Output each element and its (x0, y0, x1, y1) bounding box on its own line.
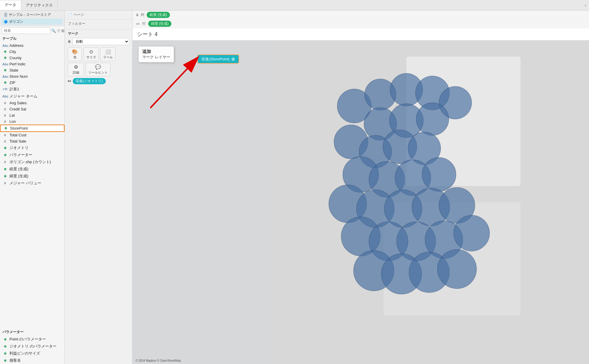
field-type-icon: # (2, 140, 8, 143)
field-item-perfindic[interactable]: AbcPerf Indic (0, 61, 64, 67)
field-type-icon: ⊕ (3, 126, 8, 130)
field-type-icon: # (2, 181, 8, 185)
field-type-icon: ⊕ (2, 153, 8, 157)
field-item-city[interactable]: ⊕City (0, 49, 64, 55)
field-type-icon: =Tf (2, 88, 8, 91)
col-shelf-pill[interactable]: 経度 (生成) (147, 12, 170, 18)
field-item-state[interactable]: ⊕State (0, 67, 64, 73)
param-item-ジオメトリのパラメーター[interactable]: ⊕ジオメトリ のパラメーター (0, 343, 64, 350)
add-layer-subtitle: マーク レイヤー (142, 54, 170, 60)
datasource-polygon[interactable]: 🔷 ポリゴン (2, 19, 63, 25)
table-section-title: テーブル (0, 35, 64, 42)
map-attribution: © 2024 Mapbox © OpenStreetMap (135, 359, 181, 362)
col-shelf-label: 列 (141, 12, 144, 17)
field-item-緯度(生成)[interactable]: ⊕緯度 (生成) (0, 173, 64, 180)
marks-detail-button[interactable]: ⚙ 詳細 (68, 63, 84, 76)
svg-point-21 (422, 158, 456, 191)
field-item-ジオメトリ[interactable]: ⊕ジオメトリ (0, 144, 64, 151)
row-shelf-pill[interactable]: 緯度 (生成) (148, 21, 171, 27)
row-shelf-label: 行 (142, 21, 146, 26)
field-type-icon: # (2, 133, 8, 137)
field-type-icon: ⊕ (2, 81, 8, 85)
label-icon: ⬜ (105, 49, 111, 54)
row-shelf: ≔ 行 緯度 (生成) (133, 19, 589, 28)
field-item-totalcust[interactable]: #Total Cust (0, 132, 64, 138)
field-type-icon: # (2, 160, 8, 164)
size-icon: ⊙ (89, 49, 93, 54)
marks-tooltip-button[interactable]: 💬 ツールヒント (86, 63, 110, 76)
field-item-lat[interactable]: #Lat (0, 112, 64, 118)
field-item-ポリゴン.shp(カウント)[interactable]: #ポリゴン.shp (カウント) (0, 158, 64, 166)
field-type-icon: Abc (2, 95, 8, 98)
param-type-icon: ⊕ (2, 345, 8, 348)
circles-visualization (133, 40, 589, 364)
row-shelf-icon: ≔ (136, 21, 140, 26)
filter-label-text: フィルター (68, 21, 85, 26)
pages-icon: 📄 (68, 13, 72, 17)
svg-point-35 (437, 249, 477, 289)
right-panel: ⅲ 列 経度 (生成) ≔ 行 緯度 (生成) シート 4 (133, 11, 589, 364)
param-type-icon: ⊕ (2, 359, 8, 363)
collapse-panel-button[interactable]: ‹ (582, 1, 589, 9)
datasource-header: 🗄 サンプル - スーパーストア 🔷 ポリゴン (0, 11, 64, 26)
param-item-個客名[interactable]: ⊕個客名 (0, 357, 64, 364)
field-item-totalsale[interactable]: #Total Sale (0, 138, 64, 144)
filters-shelf: フィルター (65, 19, 132, 29)
field-item-メジャーネーム[interactable]: Abcメジャー ネーム (0, 93, 64, 100)
field-item-creditsal[interactable]: #Credit Sal (0, 106, 64, 112)
marks-dropdown-icon: ⚟ (68, 39, 71, 44)
field-item-zip[interactable]: ⊕ZIP (0, 80, 64, 86)
col-shelf: ⅲ 列 経度 (生成) (133, 11, 589, 19)
field-type-icon: ⊕ (2, 146, 8, 150)
field-item-lon[interactable]: #Lon (0, 118, 64, 125)
tab-analytics[interactable]: アナリティクス (21, 1, 58, 10)
field-type-icon: ⊕ (2, 50, 8, 54)
marks-label-button[interactable]: ⬜ ラベル (100, 47, 115, 61)
field-item-avgsales[interactable]: #Avg Sales (0, 100, 64, 106)
field-type-icon: ⊕ (2, 167, 8, 171)
marks-size-button[interactable]: ⊙ サイズ (84, 47, 99, 61)
param-item-pointのパラメーター[interactable]: ⊕Point のパラメーター (0, 336, 64, 343)
filter-icon[interactable]: ▽ (57, 29, 60, 33)
field-type-icon: ⊕ (2, 68, 8, 72)
view-toggle-icon[interactable]: ⊞ (61, 29, 64, 33)
marks-label: マーク (68, 31, 129, 36)
add-mark-layer-tooltip: 追加 マーク レイヤー (138, 46, 174, 62)
pages-shelf: 📄 ページ (65, 11, 132, 19)
detail-icon: ⚙ (74, 64, 78, 70)
param-type-icon: ⊕ (2, 352, 8, 355)
param-list: ⊕Point のパラメーター⊕ジオメトリ のパラメーター⊕利益ピンのサイズ⊕個客… (0, 336, 64, 364)
field-item-パラメーター[interactable]: ⊕パラメーター (0, 151, 64, 158)
param-item-利益ピンのサイズ[interactable]: ⊕利益ピンのサイズ (0, 350, 64, 357)
storepoint-pill[interactable]: 収集(StorePoint) ⊕ (197, 54, 239, 64)
sheet-title: シート 4 (133, 28, 589, 40)
top-tabs: データ アナリティクス ‹ (0, 0, 589, 11)
field-item-計算1[interactable]: =Tf計算1 (0, 86, 64, 93)
color-icon: 🎨 (72, 49, 78, 54)
search-input[interactable] (2, 27, 50, 34)
search-icon[interactable]: 🔍 (51, 29, 56, 33)
col-shelf-icon: ⅲ (136, 13, 138, 17)
marks-type-select[interactable]: 自動 棒 線 エリア 円 テキスト (72, 38, 129, 45)
marks-color-button[interactable]: 🎨 色 (68, 47, 82, 61)
db-icon: 🗄 (4, 13, 8, 17)
marks-geometry-pill[interactable]: 収集(ジオメトリ) (73, 78, 106, 84)
datasource-superstore[interactable]: 🗄 サンプル - スーパーストア (2, 12, 63, 18)
field-type-icon: # (2, 114, 8, 117)
svg-point-13 (416, 103, 449, 135)
add-layer-title: 追加 (142, 49, 170, 54)
tab-data[interactable]: データ (0, 1, 21, 10)
field-item-メジャーバリュー[interactable]: #メジャー バリュー (0, 180, 64, 187)
move-icon: ⊕ (231, 56, 235, 62)
field-item-storepoint[interactable]: ⊕StorePoint (0, 125, 64, 132)
field-item-storenum[interactable]: AbcStore Num (0, 73, 64, 80)
marks-type-dropdown[interactable]: ⚟ 自動 棒 線 エリア 円 テキスト (68, 38, 129, 45)
param-section-title: パラメーター (0, 328, 64, 336)
field-type-icon: ⊕ (2, 56, 8, 60)
field-item-county[interactable]: ⊕County (0, 55, 64, 61)
field-type-icon: Abc (2, 44, 8, 47)
field-item-経度(生成)[interactable]: ⊕経度 (生成) (0, 166, 64, 173)
storepoint-label: 収集(StorePoint) (201, 57, 229, 62)
field-item-address[interactable]: AbcAddress (0, 42, 64, 49)
param-type-icon: ⊕ (2, 337, 8, 341)
